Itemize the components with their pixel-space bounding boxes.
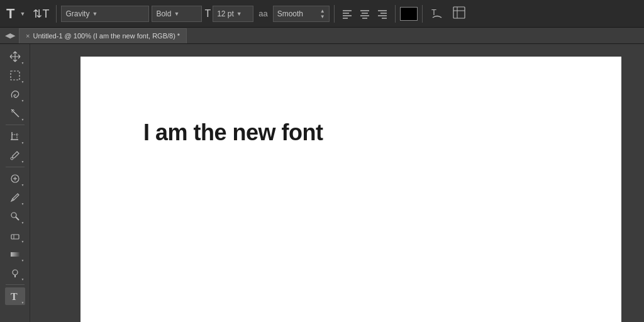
document-canvas: I am the new font [80,57,621,322]
text-orientation-icon[interactable]: ⇅T [30,6,52,22]
smooth-dropdown[interactable]: Smooth ▲▼ [273,6,330,22]
font-style-arrow: ▼ [174,11,179,17]
heal-tool[interactable] [5,170,25,187]
clone-stamp-tool[interactable] [5,208,25,225]
brush-tool[interactable] [5,189,25,206]
svg-rect-13 [453,7,465,18]
font-size-arrow: ▼ [236,11,242,17]
font-family-arrow: ▼ [92,11,97,17]
svg-text:T: T [11,291,18,302]
font-size-dropdown[interactable]: 12 pt ▼ [213,6,253,22]
text-tool-icon[interactable]: T [4,4,17,23]
font-size-area: T 12 pt ▼ [204,6,253,22]
font-style-value: Bold [156,9,171,18]
tab-navigation-arrows[interactable]: ◀▶ [5,31,15,40]
gradient-tool[interactable] [5,245,25,263]
type-tool[interactable]: T [5,287,25,305]
smooth-label: Smooth [277,9,303,18]
antialiasing-button[interactable]: aa [256,8,270,19]
svg-line-28 [16,217,19,220]
svg-rect-29 [11,235,19,239]
text-tool-arrow[interactable]: ▼ [19,11,25,17]
separator-2 [334,5,335,23]
svg-text:T: T [431,8,436,17]
tab-close-button[interactable]: × [26,32,30,40]
warp-text-button[interactable]: T [427,5,447,23]
tab-title: Untitled-1 @ 100% (I am the new font, RG… [33,32,180,40]
font-family-value: Gravity [65,9,89,18]
font-size-value: 12 pt [217,9,234,18]
svg-point-18 [12,109,13,111]
lasso-tool[interactable] [5,86,25,103]
align-group [339,7,391,21]
eraser-tool[interactable] [5,226,25,244]
move-tool[interactable] [5,48,25,65]
eyedropper-tool[interactable] [5,147,25,164]
align-center-button[interactable] [357,7,373,21]
separator-4 [422,5,423,23]
magic-wand-tool[interactable] [5,104,25,122]
font-size-icon: T [204,8,211,19]
dodge-tool[interactable] [5,264,25,282]
align-left-button[interactable] [339,7,355,21]
text-color-swatch[interactable] [400,7,418,21]
tabs-row: ◀▶ × Untitled-1 @ 100% (I am the new fon… [0,28,644,44]
marquee-tool[interactable] [5,67,25,84]
left-toolbar: T [0,44,30,322]
svg-point-27 [11,213,16,218]
tools-sep-1 [6,125,25,125]
canvas-text-content[interactable]: I am the new font [143,119,323,146]
character-panel-button[interactable] [450,5,469,23]
canvas-area[interactable]: I am the new font [30,44,644,322]
smooth-arrows: ▲▼ [320,8,325,19]
font-style-dropdown[interactable]: Bold ▼ [152,6,202,22]
svg-rect-16 [11,71,19,80]
svg-point-32 [13,270,18,275]
separator-1 [56,5,57,23]
align-right-button[interactable] [374,7,391,21]
crop-tool[interactable] [5,128,25,145]
main-content: T I am the new font [0,44,644,322]
svg-rect-31 [11,252,19,257]
top-toolbar: T ▼ ⇅T Gravity ▼ Bold ▼ T 12 pt ▼ aa Smo… [0,0,644,28]
tools-sep-3 [6,284,25,285]
svg-point-23 [11,157,13,160]
tools-sep-2 [6,167,25,167]
document-tab[interactable]: × Untitled-1 @ 100% (I am the new font, … [19,28,187,43]
font-family-dropdown[interactable]: Gravity ▼ [61,6,149,22]
separator-3 [395,5,396,23]
